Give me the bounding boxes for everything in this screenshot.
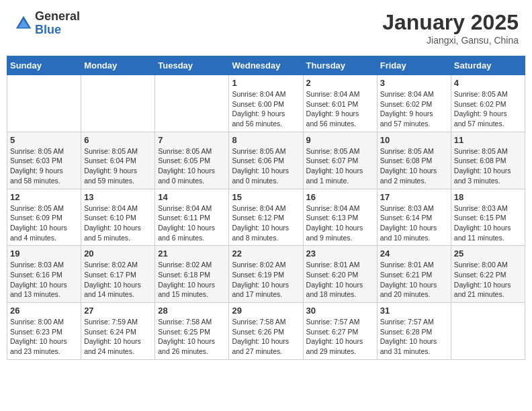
- day-number: 11: [454, 135, 522, 145]
- calendar-cell: [81, 75, 155, 132]
- day-info: Sunrise: 8:05 AM Sunset: 6:09 PM Dayligh…: [10, 203, 78, 243]
- day-info: Sunrise: 8:05 AM Sunset: 6:05 PM Dayligh…: [158, 146, 226, 186]
- day-number: 12: [10, 192, 78, 202]
- weekday-header-tuesday: Tuesday: [155, 56, 229, 75]
- day-info: Sunrise: 8:03 AM Sunset: 6:15 PM Dayligh…: [454, 203, 522, 243]
- calendar-cell: 12Sunrise: 8:05 AM Sunset: 6:09 PM Dayli…: [7, 189, 81, 246]
- day-number: 29: [232, 306, 300, 316]
- calendar-cell: 2Sunrise: 8:04 AM Sunset: 6:01 PM Daylig…: [303, 75, 377, 132]
- day-number: 14: [158, 192, 226, 202]
- day-number: 23: [306, 248, 374, 259]
- day-number: 28: [158, 306, 226, 316]
- day-number: 1: [232, 78, 300, 88]
- day-info: Sunrise: 7:58 AM Sunset: 6:25 PM Dayligh…: [158, 317, 226, 357]
- day-info: Sunrise: 8:02 AM Sunset: 6:18 PM Dayligh…: [158, 260, 226, 300]
- weekday-header-monday: Monday: [81, 56, 155, 75]
- day-info: Sunrise: 7:57 AM Sunset: 6:28 PM Dayligh…: [380, 317, 448, 357]
- day-info: Sunrise: 8:04 AM Sunset: 6:01 PM Dayligh…: [306, 89, 374, 129]
- calendar-cell: 18Sunrise: 8:03 AM Sunset: 6:15 PM Dayli…: [451, 189, 525, 246]
- day-info: Sunrise: 8:05 AM Sunset: 6:02 PM Dayligh…: [454, 89, 522, 129]
- logo-blue-text: Blue: [35, 24, 80, 37]
- day-number: 18: [454, 192, 522, 202]
- calendar-cell: 1Sunrise: 8:04 AM Sunset: 6:00 PM Daylig…: [229, 75, 303, 132]
- calendar-cell: 15Sunrise: 8:04 AM Sunset: 6:12 PM Dayli…: [229, 189, 303, 246]
- calendar-cell: 11Sunrise: 8:05 AM Sunset: 6:08 PM Dayli…: [451, 132, 525, 189]
- calendar-cell: 16Sunrise: 8:04 AM Sunset: 6:13 PM Dayli…: [303, 189, 377, 246]
- day-info: Sunrise: 8:04 AM Sunset: 6:10 PM Dayligh…: [84, 203, 152, 243]
- weekday-header-sunday: Sunday: [7, 56, 81, 75]
- calendar-cell: 26Sunrise: 8:00 AM Sunset: 6:23 PM Dayli…: [7, 303, 81, 360]
- day-number: 26: [10, 306, 78, 316]
- calendar-cell: [155, 75, 229, 132]
- location-subtitle: Jiangxi, Gansu, China: [382, 35, 519, 46]
- day-info: Sunrise: 8:04 AM Sunset: 6:13 PM Dayligh…: [306, 203, 374, 243]
- calendar-table: SundayMondayTuesdayWednesdayThursdayFrid…: [7, 56, 525, 360]
- day-number: 5: [10, 135, 78, 145]
- day-info: Sunrise: 8:01 AM Sunset: 6:20 PM Dayligh…: [306, 260, 374, 300]
- day-number: 27: [84, 306, 152, 316]
- calendar-cell: 23Sunrise: 8:01 AM Sunset: 6:20 PM Dayli…: [303, 246, 377, 303]
- calendar-cell: 24Sunrise: 8:01 AM Sunset: 6:21 PM Dayli…: [377, 246, 451, 303]
- calendar-cell: 25Sunrise: 8:00 AM Sunset: 6:22 PM Dayli…: [451, 246, 525, 303]
- calendar-week-row: 19Sunrise: 8:03 AM Sunset: 6:16 PM Dayli…: [7, 246, 525, 303]
- calendar-cell: 10Sunrise: 8:05 AM Sunset: 6:08 PM Dayli…: [377, 132, 451, 189]
- day-number: 3: [380, 78, 448, 88]
- day-info: Sunrise: 8:01 AM Sunset: 6:21 PM Dayligh…: [380, 260, 448, 300]
- calendar-cell: 6Sunrise: 8:05 AM Sunset: 6:04 PM Daylig…: [81, 132, 155, 189]
- calendar-cell: 17Sunrise: 8:03 AM Sunset: 6:14 PM Dayli…: [377, 189, 451, 246]
- day-info: Sunrise: 8:05 AM Sunset: 6:08 PM Dayligh…: [454, 146, 522, 186]
- day-number: 15: [232, 192, 300, 202]
- day-number: 30: [306, 306, 374, 316]
- day-number: 31: [380, 306, 448, 316]
- day-info: Sunrise: 7:57 AM Sunset: 6:27 PM Dayligh…: [306, 317, 374, 357]
- day-number: 6: [84, 135, 152, 145]
- weekday-header-row: SundayMondayTuesdayWednesdayThursdayFrid…: [7, 56, 525, 75]
- title-area: January 2025 Jiangxi, Gansu, China: [382, 10, 519, 46]
- page-header: General Blue January 2025 Jiangxi, Gansu…: [7, 7, 525, 49]
- weekday-header-thursday: Thursday: [303, 56, 377, 75]
- weekday-header-saturday: Saturday: [451, 56, 525, 75]
- calendar-cell: 29Sunrise: 7:58 AM Sunset: 6:26 PM Dayli…: [229, 303, 303, 360]
- day-number: 8: [232, 135, 300, 145]
- day-number: 21: [158, 248, 226, 259]
- day-number: 20: [84, 248, 152, 259]
- day-info: Sunrise: 8:00 AM Sunset: 6:23 PM Dayligh…: [10, 317, 78, 357]
- day-number: 22: [232, 248, 300, 259]
- day-info: Sunrise: 8:04 AM Sunset: 6:02 PM Dayligh…: [380, 89, 448, 129]
- month-title: January 2025: [382, 10, 519, 35]
- day-info: Sunrise: 7:58 AM Sunset: 6:26 PM Dayligh…: [232, 317, 300, 357]
- calendar-cell: 4Sunrise: 8:05 AM Sunset: 6:02 PM Daylig…: [451, 75, 525, 132]
- calendar-cell: 9Sunrise: 8:05 AM Sunset: 6:07 PM Daylig…: [303, 132, 377, 189]
- calendar-cell: 7Sunrise: 8:05 AM Sunset: 6:05 PM Daylig…: [155, 132, 229, 189]
- day-info: Sunrise: 8:05 AM Sunset: 6:03 PM Dayligh…: [10, 146, 78, 186]
- day-number: 19: [10, 248, 78, 259]
- calendar-cell: 27Sunrise: 7:59 AM Sunset: 6:24 PM Dayli…: [81, 303, 155, 360]
- day-info: Sunrise: 7:59 AM Sunset: 6:24 PM Dayligh…: [84, 317, 152, 357]
- day-info: Sunrise: 8:02 AM Sunset: 6:19 PM Dayligh…: [232, 260, 300, 300]
- logo-general-text: General: [35, 10, 80, 24]
- calendar-week-row: 5Sunrise: 8:05 AM Sunset: 6:03 PM Daylig…: [7, 132, 525, 189]
- day-number: 16: [306, 192, 374, 202]
- day-info: Sunrise: 8:02 AM Sunset: 6:17 PM Dayligh…: [84, 260, 152, 300]
- calendar-cell: 8Sunrise: 8:05 AM Sunset: 6:06 PM Daylig…: [229, 132, 303, 189]
- day-number: 10: [380, 135, 448, 145]
- calendar-cell: 14Sunrise: 8:04 AM Sunset: 6:11 PM Dayli…: [155, 189, 229, 246]
- day-info: Sunrise: 8:05 AM Sunset: 6:06 PM Dayligh…: [232, 146, 300, 186]
- day-info: Sunrise: 8:04 AM Sunset: 6:11 PM Dayligh…: [158, 203, 226, 243]
- day-number: 9: [306, 135, 374, 145]
- calendar-cell: [451, 303, 525, 360]
- calendar-cell: 30Sunrise: 7:57 AM Sunset: 6:27 PM Dayli…: [303, 303, 377, 360]
- calendar-cell: 21Sunrise: 8:02 AM Sunset: 6:18 PM Dayli…: [155, 246, 229, 303]
- calendar-week-row: 26Sunrise: 8:00 AM Sunset: 6:23 PM Dayli…: [7, 303, 525, 360]
- calendar-cell: 13Sunrise: 8:04 AM Sunset: 6:10 PM Dayli…: [81, 189, 155, 246]
- day-info: Sunrise: 8:05 AM Sunset: 6:07 PM Dayligh…: [306, 146, 374, 186]
- day-number: 13: [84, 192, 152, 202]
- calendar-cell: 22Sunrise: 8:02 AM Sunset: 6:19 PM Dayli…: [229, 246, 303, 303]
- calendar-cell: 20Sunrise: 8:02 AM Sunset: 6:17 PM Dayli…: [81, 246, 155, 303]
- calendar-cell: 3Sunrise: 8:04 AM Sunset: 6:02 PM Daylig…: [377, 75, 451, 132]
- day-info: Sunrise: 8:05 AM Sunset: 6:04 PM Dayligh…: [84, 146, 152, 186]
- calendar-week-row: 12Sunrise: 8:05 AM Sunset: 6:09 PM Dayli…: [7, 189, 525, 246]
- calendar-cell: 28Sunrise: 7:58 AM Sunset: 6:25 PM Dayli…: [155, 303, 229, 360]
- day-number: 17: [380, 192, 448, 202]
- day-number: 7: [158, 135, 226, 145]
